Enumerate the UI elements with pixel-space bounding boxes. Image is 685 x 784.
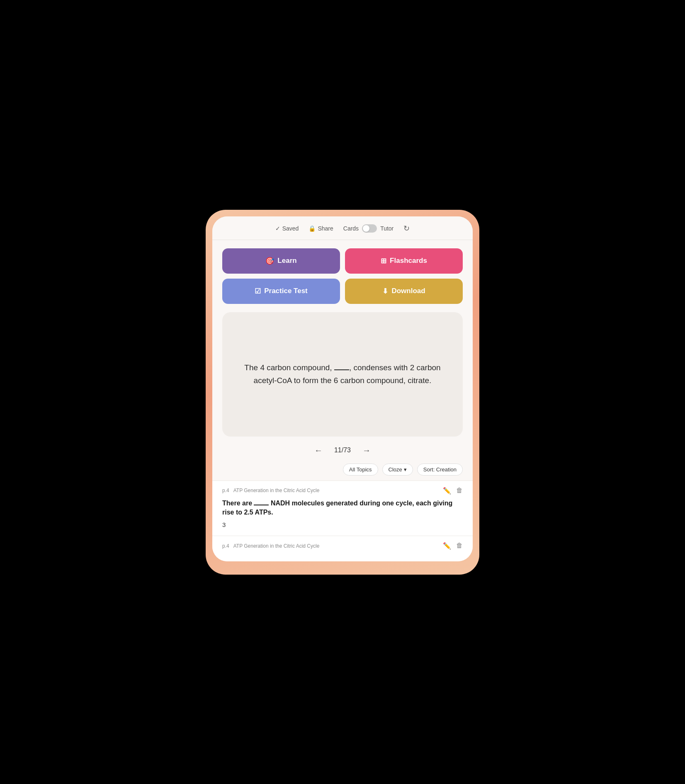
sort-filter-label: Sort: Creation xyxy=(423,466,457,473)
card-page: p.4 xyxy=(222,543,229,549)
practice-label: Practice Test xyxy=(264,287,308,295)
edit-icon[interactable]: ✏️ xyxy=(443,542,451,550)
practice-icon: ☑ xyxy=(255,287,261,296)
type-filter[interactable]: Cloze ▾ xyxy=(382,464,413,476)
flashcards-button[interactable]: ⊞ Flashcards xyxy=(345,248,463,274)
chevron-down-icon: ▾ xyxy=(404,466,407,473)
practice-test-button[interactable]: ☑ Practice Test xyxy=(222,279,340,304)
learn-icon: 🎯 xyxy=(265,257,274,265)
check-icon: ✓ xyxy=(275,225,280,232)
card-count: 11/73 xyxy=(334,447,351,454)
cards-tutor-toggle-group: Cards Tutor xyxy=(343,224,394,233)
card-navigation: ← 11/73 → xyxy=(212,442,473,462)
delete-icon[interactable]: 🗑 xyxy=(456,542,463,550)
list-item: p.4 ATP Generation in the Citric Acid Cy… xyxy=(212,481,473,536)
flashcards-label: Flashcards xyxy=(390,257,427,265)
lock-icon: 🔒 xyxy=(308,225,316,232)
filter-bar: All Topics Cloze ▾ Sort: Creation xyxy=(212,462,473,481)
share-button[interactable]: 🔒 Share xyxy=(308,225,333,232)
next-card-button[interactable]: → xyxy=(362,446,371,455)
card-item-header: p.4 ATP Generation in the Citric Acid Cy… xyxy=(222,542,463,550)
card-topic: ATP Generation in the Citric Acid Cycle xyxy=(233,543,320,549)
card-page: p.4 xyxy=(222,488,229,493)
card-question: There are NADH molecules generated durin… xyxy=(222,499,463,517)
topics-filter-label: All Topics xyxy=(349,466,372,473)
flashcard-display: The 4 carbon compound, , condenses with … xyxy=(222,312,463,437)
sort-filter[interactable]: Sort: Creation xyxy=(417,464,463,476)
device-screen: ✓ Saved 🔒 Share Cards Tutor ↻ 🎯 Learn ⊞ xyxy=(212,216,473,562)
download-icon: ⬇ xyxy=(382,287,388,296)
device-frame: ✓ Saved 🔒 Share Cards Tutor ↻ 🎯 Learn ⊞ xyxy=(206,210,479,575)
type-filter-label: Cloze xyxy=(389,466,402,473)
card-item-actions: ✏️ 🗑 xyxy=(443,542,463,550)
saved-label: Saved xyxy=(282,225,299,232)
action-buttons: 🎯 Learn ⊞ Flashcards ☑ Practice Test ⬇ D… xyxy=(212,240,473,311)
flashcard-text: The 4 carbon compound, , condenses with … xyxy=(236,362,449,387)
learn-label: Learn xyxy=(277,257,296,265)
share-label: Share xyxy=(318,225,333,232)
learn-button[interactable]: 🎯 Learn xyxy=(222,248,340,274)
edit-icon[interactable]: ✏️ xyxy=(443,487,451,495)
prev-card-button[interactable]: ← xyxy=(314,446,323,455)
card-item-header: p.4 ATP Generation in the Citric Acid Cy… xyxy=(222,487,463,495)
saved-status: ✓ Saved xyxy=(275,225,299,232)
delete-icon[interactable]: 🗑 xyxy=(456,487,463,495)
card-answer: 3 xyxy=(222,521,463,528)
cards-tutor-toggle[interactable] xyxy=(362,224,377,233)
card-topic: ATP Generation in the Citric Acid Cycle xyxy=(233,488,320,493)
download-button[interactable]: ⬇ Download xyxy=(345,279,463,304)
refresh-icon[interactable]: ↻ xyxy=(403,224,410,233)
card-item-actions: ✏️ 🗑 xyxy=(443,487,463,495)
list-item: p.4 ATP Generation in the Citric Acid Cy… xyxy=(212,536,473,561)
header: ✓ Saved 🔒 Share Cards Tutor ↻ xyxy=(212,216,473,240)
download-label: Download xyxy=(391,287,425,295)
flashcards-icon: ⊞ xyxy=(381,257,386,265)
tutor-label: Tutor xyxy=(380,225,394,232)
cards-label: Cards xyxy=(343,225,359,232)
topics-filter[interactable]: All Topics xyxy=(343,464,378,476)
card-list: p.4 ATP Generation in the Citric Acid Cy… xyxy=(212,481,473,562)
